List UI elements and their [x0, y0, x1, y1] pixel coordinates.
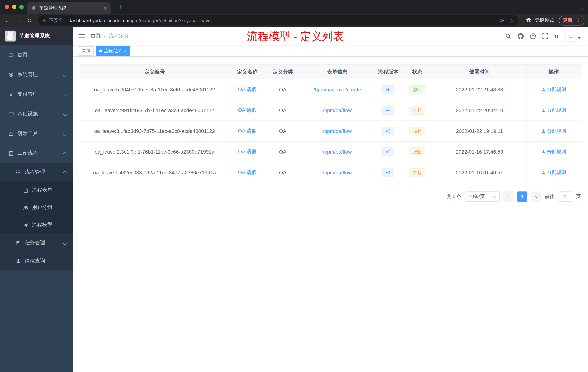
forward-button[interactable]: →	[15, 17, 22, 24]
sidebar-item-label: 请假查询	[25, 258, 45, 264]
address-bar[interactable]: ⚠ 不安全 dashboard.yudao.iocoder.cn/bpm/man…	[38, 15, 519, 25]
definition-name-link[interactable]: OA 请假	[238, 86, 257, 93]
form-link[interactable]: /bpm/oa/leave/create	[314, 87, 361, 92]
back-button[interactable]: ←	[4, 17, 12, 24]
assign-rule-button[interactable]: 分配规则	[541, 107, 566, 114]
browser-menu-icon[interactable]: ⋮	[576, 17, 580, 23]
cell-category: OA	[265, 142, 300, 162]
cell-definition-id: oa_leave:3:1fad3d93-7b75-11ec-a3c8-acde4…	[80, 121, 229, 141]
user-menu[interactable]	[565, 31, 581, 42]
sidebar-item-infrastructure[interactable]: 基础设施	[0, 104, 73, 124]
assign-rule-button[interactable]: 分配规则	[541, 169, 566, 176]
user-icon	[541, 87, 546, 92]
sidebar-item-process-management[interactable]: 流程管理	[0, 163, 73, 181]
assign-rule-button[interactable]: 分配规则	[541, 86, 566, 93]
action-label: 分配规则	[547, 86, 566, 93]
definition-name-link[interactable]: OA 请假	[238, 107, 257, 114]
cell-category: OA	[265, 121, 300, 141]
github-icon[interactable]	[517, 33, 524, 39]
fullscreen-icon[interactable]	[542, 33, 548, 39]
definition-name-link[interactable]: OA 请假	[238, 128, 257, 134]
col-process-version: 流程版本	[375, 65, 402, 79]
screen: 芋道管理系统 × + ← → ↻ ⚠ 不安全 dashboard.yudao.i…	[0, 0, 588, 372]
status-badge: 挂起	[409, 127, 425, 135]
window-zoom-button[interactable]	[19, 5, 24, 9]
action-label: 分配规则	[547, 128, 566, 134]
page-size-select[interactable]: 10条/页	[465, 191, 500, 202]
tag-process-definition[interactable]: 流程定义 ×	[96, 46, 130, 55]
incognito-badge: 无痕模式	[525, 17, 554, 24]
definition-name-link[interactable]: OA 请假	[238, 149, 257, 155]
cell-category: OA	[265, 162, 300, 183]
sidebar-item-process-form[interactable]: 流程表单	[0, 181, 73, 199]
prev-page-button[interactable]: ‹	[503, 191, 514, 202]
page-1-button[interactable]: 1	[517, 191, 527, 202]
sidebar-item-system[interactable]: 系统管理	[0, 65, 73, 85]
definition-name-link[interactable]: OA 请假	[238, 169, 257, 176]
tab-search-chevron-icon[interactable]	[580, 5, 583, 11]
yen-icon: ¥	[8, 91, 14, 97]
form-link[interactable]: /bpm/oa/flow	[323, 170, 352, 175]
tag-home[interactable]: 首页	[79, 46, 94, 55]
update-label: 更新	[563, 17, 572, 23]
sidebar-item-user-group[interactable]: 用户分组	[0, 199, 73, 216]
window-minimize-button[interactable]	[12, 5, 16, 9]
version-tag: v2	[382, 147, 394, 156]
status-badge: 挂起	[409, 106, 425, 115]
tag-close-icon[interactable]: ×	[124, 48, 127, 53]
assign-rule-button[interactable]: 分配规则	[541, 128, 566, 134]
action-label: 分配规则	[547, 107, 566, 114]
reload-button[interactable]: ↻	[25, 17, 33, 24]
sidebar-item-workflow[interactable]: 工作流程	[0, 143, 73, 163]
action-label: 分配规则	[547, 169, 566, 176]
status-badge: 挂起	[409, 147, 425, 156]
tab-close-icon[interactable]: ×	[104, 5, 107, 11]
font-size-icon[interactable]: tT	[555, 33, 559, 39]
sidebar-item-label: 流程管理	[25, 169, 45, 175]
form-link[interactable]: /bpm/oa/flow	[323, 107, 352, 113]
breadcrumb-home[interactable]: 首页	[91, 33, 101, 39]
col-definition-id: 定义编号	[80, 65, 229, 79]
next-page-button[interactable]: ›	[531, 191, 541, 202]
bookmark-star-icon[interactable]: ☆	[509, 18, 514, 23]
sidebar-item-payment[interactable]: ¥ 支付管理	[0, 85, 73, 104]
browser-tab[interactable]: 芋道管理系统 ×	[27, 2, 111, 14]
chevron-down-icon	[64, 111, 66, 117]
user-icon	[541, 129, 546, 133]
version-tag: v3	[382, 127, 394, 135]
cell-category: OA	[265, 100, 300, 120]
form-link[interactable]: /bpm/oa/flow	[323, 128, 352, 134]
page-content: 定义编号 定义名称 定义分类 表单信息 流程版本 状态 部署时间 操作 oa_l…	[73, 57, 588, 372]
goto-page-input[interactable]	[558, 191, 572, 202]
new-tab-button[interactable]: +	[116, 2, 126, 12]
sidebar-item-dev-tools[interactable]: 研发工具	[0, 124, 73, 143]
key-icon[interactable]	[499, 18, 504, 23]
avatar[interactable]	[565, 31, 576, 42]
sidebar-item-process-model[interactable]: 流程模型	[0, 216, 73, 234]
sidebar-item-home[interactable]: 首页	[0, 45, 73, 65]
avatar-caret-icon[interactable]	[578, 37, 581, 39]
url-path: /bpm/manager/definition?key=oa_leave	[128, 18, 211, 23]
breadcrumb: 首页 / 流程定义	[91, 33, 129, 39]
cell-deploy-time: 2022-01-22 20:34:10	[433, 100, 526, 120]
sidebar-item-leave-query[interactable]: 请假查询	[0, 252, 73, 270]
task-flag-icon	[15, 240, 21, 246]
cell-definition-id: oa_leave:2:3c1f0ef1-76b1-11ec-9c66-a2380…	[80, 142, 229, 162]
url-host: dashboard.yudao.iocoder.cn	[69, 18, 128, 23]
cell-deploy-time: 2022-01-16 01:40:51	[433, 162, 526, 183]
update-button[interactable]: 更新 ⋮	[559, 15, 584, 25]
chevron-down-icon	[64, 131, 66, 136]
person-icon	[15, 258, 21, 264]
hamburger-icon[interactable]	[79, 34, 85, 38]
help-icon[interactable]: ?	[530, 33, 536, 39]
cell-deploy-time: 2022-01-16 17:46:53	[433, 142, 526, 162]
table-row: oa_leave:4:991f2193-7b7f-11ec-a3c8-acde4…	[80, 100, 581, 121]
window-close-button[interactable]	[5, 5, 9, 9]
pagination-total: 共 5 条	[447, 193, 462, 200]
security-warning-icon: ⚠	[42, 18, 46, 23]
search-icon[interactable]	[505, 33, 511, 39]
assign-rule-button[interactable]: 分配规则	[541, 149, 566, 155]
form-link[interactable]: /bpm/oa/flow	[323, 149, 352, 155]
sidebar-item-task-management[interactable]: 任务管理	[0, 234, 73, 252]
table-row: oa_leave:5:004b710b-7b8a-11ec-8ef0-acde4…	[80, 79, 581, 100]
